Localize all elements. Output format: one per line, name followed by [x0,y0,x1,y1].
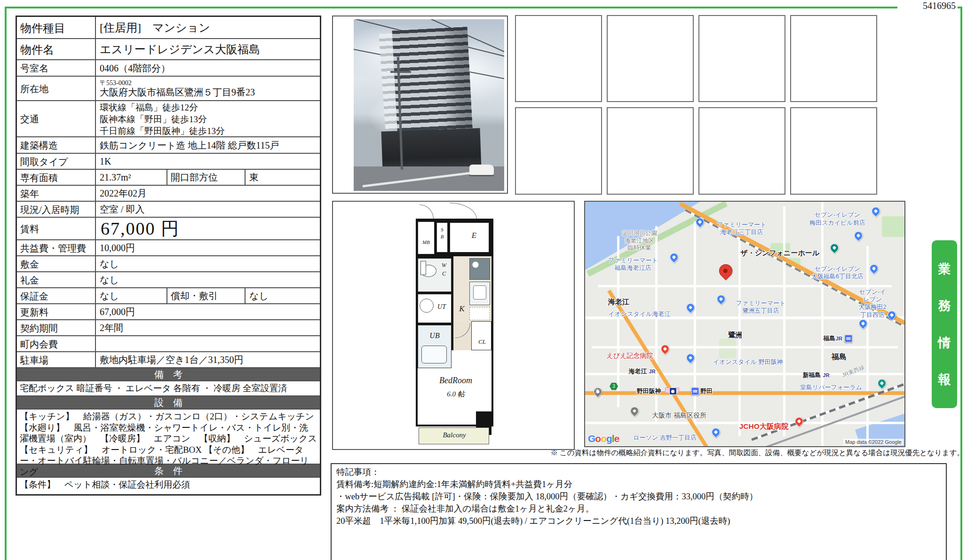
row-value-2: 東 [246,170,320,185]
fukushima-station-icon [845,335,853,343]
map-label-0: 淀川河川公園 海老江地区 臨時休業 [622,230,657,252]
row-value-2: なし [246,288,320,303]
cart-icon [684,301,696,313]
aeon-style-ebie-pin [686,303,695,312]
row-label: 所在地 [17,77,96,100]
building-photo [354,19,504,191]
section-content-remarks: 宅配ボックス 暗証番号 ・ エレベータ 各階有 ・ 冷暖房 全室設置済 [17,380,320,395]
page-border-right [960,7,962,560]
familymart-ebie3-pin [696,218,704,226]
photo-slot-2 [607,15,694,102]
lawson-yoshino1-pin [712,428,720,436]
transit-line-0: 環状線「福島」徒歩12分 [100,102,318,113]
special-note-line-2: ・webサービス広告掲載 [許可]・保険：保険要加入 18,000円（要確認）・… [336,490,941,503]
row-label: 交通 [17,101,96,136]
table-row-共益費・管理費: 共益費・管理費10,000円 [17,239,320,255]
table-row-専有面積: 専有面積21.37m²開口部方位東 [17,169,320,185]
row-value: なし [96,272,320,287]
map-label-6: 海老江 [608,298,629,307]
row-label: 保証金 [17,288,96,303]
pin-glyph: ＋ [795,417,802,425]
row-value: なし [96,256,320,271]
map-label-8: ファミリーマート 鷺洲五丁目店 [736,299,786,315]
jr-badge: JR [836,336,842,341]
nodahanshin-station-icon [669,387,677,395]
table-row-礼金: 礼金なし [17,271,320,287]
table-row-保証金: 保証金なし償却・敷引なし [17,287,320,303]
row-label: 町内会費 [17,336,96,351]
row-label: 駐車場 [17,352,96,367]
postal-code: 〒553-0002 [100,79,255,87]
parked-car [469,165,494,175]
ebie-hospital-pin [661,345,669,353]
row-label: 礼金 [17,272,96,287]
map-label-23: ローソン 吉野一丁目店 [633,434,697,442]
map-label-9: セブン-イレブン 大阪梅田2丁目西店 [856,288,888,318]
transit-line-2: 千日前線「野田阪神」徒歩13分 [100,125,318,136]
row-value: 敷地内駐車場／空き1台／31,350円 [96,352,320,367]
row-value: 2年間 [96,320,320,335]
map-label-7: イオンスタイル海老江 [608,310,670,318]
table-row-所在地: 所在地〒553-0002大阪府大阪市福島区鷺洲５丁目9番23 [17,76,320,100]
table-row-契約期間: 契約期間2年間 [17,319,320,335]
map-label-13: JR東西線 [841,364,866,379]
document-id: 5416965 [897,0,958,11]
photo-slot-5 [515,107,602,195]
building-photo-box [332,16,508,194]
row-label: 建築構造 [17,137,96,153]
seveneleven-umeda-skybuilding-pin [872,207,880,215]
property-icon [716,261,735,280]
store-pin [854,231,863,240]
photo-slot-4 [790,15,877,102]
row-label: 物件名 [17,39,96,59]
table-row-賃料: 賃料67,000 円 [17,217,320,239]
store-icon [694,216,706,228]
table-row-築年: 築年2022年02月 [17,185,320,201]
address-line: 大阪府大阪市福島区鷺洲５丁目9番23 [100,87,255,98]
floorplan-box: MB S B E W C UT UB K [332,201,575,450]
row-label: 号室名 [17,60,96,76]
table-row-交通: 交通環状線「福島」徒歩12分阪神本線「野田」徒歩13分千日前線「野田阪神」徒歩1… [17,100,320,136]
map-label-1: ファミリーマート 海老江三丁目店 [717,221,767,237]
special-note-line-4: 20平米超 1平米毎1,100円加算 49,500円(退去時) / エアコンクリ… [336,515,941,527]
map-label-20: 野田 [700,387,713,395]
map-label-17: 新福島 [803,371,821,379]
photo-slot-6 [607,107,694,195]
row-label: 築年 [17,186,96,201]
row-value: 0406（4階部分） [96,60,320,76]
row-value: エスリードレジデンス大阪福島 [96,39,320,59]
row-label: 共益費・管理費 [17,240,96,255]
table-row-現況/入居時期: 現況/入居時期空室 / 即入 [17,201,320,217]
google-logo-letter: g [606,433,612,444]
store-icon [857,317,869,329]
row-value: 空室 / 即入 [96,202,320,217]
floorplan: MB S B E W C UT UB K [416,205,493,446]
map-label-19: 野田阪神 [637,387,661,395]
row-label: 更新料 [17,304,96,319]
pin-glyph: 文 [594,387,601,395]
map-label-11: 福島 [823,335,835,342]
floorplan-label-balcony: Balcony [435,431,474,439]
row-value: [住居用] マンション [96,17,320,38]
transit-line-1: 阪神本線「野田」徒歩13分 [100,113,318,125]
map-label-3: ザ・シンフォニーホール [740,249,819,258]
map-label-10: 鷺洲 [728,331,742,339]
business-info-tab[interactable]: 業務情報 [932,240,957,408]
noda-station-icon [691,387,699,395]
location-map[interactable]: 淀川河川公園 海老江地区 臨時休業ファミリーマート 海老江三丁目店セブン-イレブ… [584,201,905,447]
page-border-left [5,7,7,560]
map-label-4: ファミリーマート 福島海老江店 [608,256,658,272]
hospital-icon [659,343,671,355]
section-content-equipment: 【キッチン】 給湯器（ガス）・ガスコンロ（2口）・システムキッチン 【水廻り】 … [17,409,320,464]
dojima-riverforum-pin [878,379,886,387]
side-tab-char: 務 [938,297,951,314]
store-icon [868,262,880,274]
photo-slot-8 [790,107,877,195]
map-label-5: セブン-イレブン 大阪福島6丁目北店 [811,265,864,281]
aeon-style-nodahanshin-pin [686,354,695,362]
photo-slot-1 [515,15,602,102]
google-logo-letter: o [595,433,601,444]
familymart-sasu5-pin [717,295,725,303]
store-icon [710,426,722,438]
bottom-road [585,391,904,395]
